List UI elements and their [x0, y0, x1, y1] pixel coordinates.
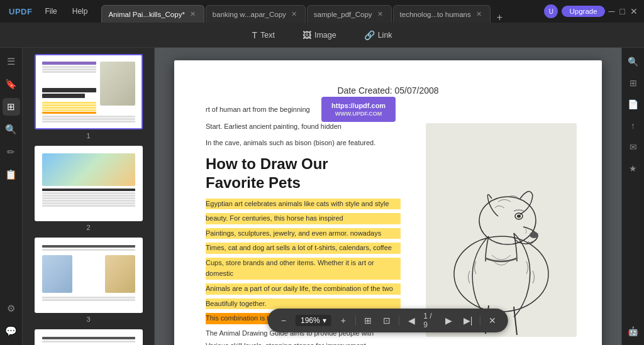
link-icon: 🔗 — [364, 30, 375, 40]
page-total: 9 — [423, 320, 428, 329]
thumbnail-4[interactable] — [28, 329, 149, 345]
sidebar-thumbnail-icon[interactable]: ⊞ — [3, 98, 20, 116]
thumbnail-2[interactable]: 2 — [28, 146, 149, 231]
toolbar-text[interactable]: T Text — [245, 28, 281, 43]
tab-3-label: sample_pdf_Copy — [314, 11, 372, 18]
thumb-img-2[interactable] — [35, 146, 143, 221]
tab-1[interactable]: Animal Pai...kills_Copy* ✕ — [101, 5, 204, 23]
sidebar-annotation-icon[interactable]: ✏ — [3, 143, 20, 161]
sidebar-chat-icon[interactable]: 💬 — [3, 322, 20, 340]
thumb-num-1: 1 — [86, 132, 90, 140]
upgrade-button[interactable]: Upgrade — [562, 6, 604, 17]
title-bar-left: UPDF File Help — [0, 4, 99, 18]
tab-1-close[interactable]: ✕ — [189, 10, 197, 19]
maximize-icon[interactable]: □ — [620, 6, 625, 16]
thumb-img-1[interactable] — [35, 54, 143, 129]
svg-rect-0 — [426, 123, 577, 337]
page-prev-button[interactable]: ◀ — [404, 313, 418, 328]
bottom-separator-2 — [399, 315, 399, 326]
title-bar-right: U Upgrade ─ □ ✕ — [538, 4, 644, 18]
sidebar-bookmark-icon[interactable]: 🔖 — [3, 75, 20, 93]
thumbnails-panel: 1 — [23, 48, 155, 345]
pdf-intro-line-3: In the cave, animals such as bison (biso… — [206, 138, 382, 148]
dog-sketch-svg — [426, 123, 577, 337]
right-doc-icon[interactable]: 📄 — [625, 96, 642, 113]
page-display: 1 / 9 — [423, 312, 437, 329]
pdf-heading-line1: How to Draw Our — [206, 155, 328, 172]
pdf-date: Date Created: 05/07/2008 — [206, 85, 570, 96]
right-ai-icon[interactable]: 🤖 — [625, 322, 642, 340]
tab-3[interactable]: sample_pdf_Copy ✕ — [307, 5, 392, 23]
title-bar: UPDF File Help Animal Pai...kills_Copy* … — [0, 0, 644, 23]
sidebar-settings-icon[interactable]: ⚙ — [3, 300, 20, 317]
minimize-icon[interactable]: ─ — [609, 6, 615, 16]
thumbnail-3[interactable]: 3 — [28, 238, 149, 323]
zoom-display[interactable]: 196% ▾ — [296, 315, 331, 326]
page-last-button[interactable]: ▶| — [461, 313, 475, 328]
tab-3-close[interactable]: ✕ — [376, 10, 385, 19]
close-window-icon[interactable]: ✕ — [630, 6, 638, 16]
toolbar-image[interactable]: 🖼 Image — [296, 28, 343, 43]
sidebar-search-icon[interactable]: 🔍 — [3, 121, 20, 138]
thumb-img-4[interactable] — [35, 329, 143, 345]
tabs-area: Animal Pai...kills_Copy* ✕ banking w...a… — [99, 0, 538, 23]
watermark-text: https://updf.com — [331, 102, 386, 109]
pdf-highlight-3: Times, cat and dog art sells a lot of t-… — [206, 243, 401, 254]
sidebar-pages-icon[interactable]: ☰ — [3, 53, 20, 70]
pdf-intro-line-2: Start. Earliest ancient painting, found … — [206, 121, 382, 132]
svg-point-3 — [530, 232, 538, 238]
pdf-highlighted-section: Egyptian art celebrates animals like cat… — [206, 199, 401, 324]
bottom-separator-1 — [355, 315, 356, 326]
tab-4-label: technolog...to humans — [400, 11, 471, 18]
thumb-num-2: 2 — [86, 224, 90, 231]
toolbar-text-label: Text — [260, 31, 275, 40]
tab-4-close[interactable]: ✕ — [475, 10, 484, 19]
fit-page-button[interactable]: ⊡ — [380, 313, 394, 328]
zoom-out-button[interactable]: − — [277, 313, 291, 328]
page-current: 1 — [423, 312, 428, 320]
pdf-highlight-0: Egyptian art celebrates animals like cat… — [206, 199, 401, 210]
zoom-value: 196% — [301, 316, 320, 325]
page-separator: / — [430, 312, 431, 320]
pdf-highlight-5: Animals are a part of our daily life, th… — [206, 283, 401, 295]
pdf-body-1: Various skill levels, stepping stones fo… — [206, 341, 401, 345]
tab-2-close[interactable]: ✕ — [290, 10, 299, 19]
tab-4[interactable]: technolog...to humans ✕ — [393, 5, 491, 23]
pdf-highlight-1: beauty. For centuries, this horse has in… — [206, 213, 401, 224]
right-upload-icon[interactable]: ↑ — [625, 117, 642, 134]
pdf-heading-line2: Favorite Pets — [206, 174, 301, 191]
pdf-highlight-2: Paintings, sculptures, jewelry, and even… — [206, 228, 401, 239]
image-icon: 🖼 — [303, 30, 311, 40]
main-layout: ☰ 🔖 ⊞ 🔍 ✏ 📋 ⚙ 💬 — [0, 48, 644, 345]
thumbnail-1[interactable]: 1 — [28, 54, 149, 140]
text-icon: T — [252, 30, 257, 40]
pdf-heading: How to Draw Our Favorite Pets — [206, 155, 401, 192]
right-grid-icon[interactable]: ⊞ — [625, 74, 642, 92]
page-next-button[interactable]: ▶ — [442, 313, 456, 328]
toolbar-center: T Text 🖼 Image 🔗 Link — [8, 28, 636, 43]
bottom-separator-3 — [480, 315, 480, 326]
tab-2-label: banking w...apar_Copy — [213, 11, 286, 18]
right-search-icon[interactable]: 🔍 — [625, 53, 642, 70]
close-toolbar-button[interactable]: ✕ — [486, 313, 499, 328]
toolbar-link[interactable]: 🔗 Link — [358, 28, 399, 43]
fit-width-button[interactable]: ⊞ — [361, 313, 375, 328]
pdf-viewer: https://updf.com WWW.UPDF.COM Date Creat… — [155, 48, 621, 345]
thumb-img-3[interactable] — [35, 238, 143, 313]
right-mail-icon[interactable]: ✉ — [625, 138, 642, 156]
right-star-icon[interactable]: ★ — [625, 160, 642, 177]
pdf-dog-image — [426, 123, 577, 337]
new-tab-button[interactable]: + — [492, 13, 508, 23]
bottom-toolbar: − 196% ▾ + ⊞ ⊡ ◀ 1 / 9 ▶ ▶| ✕ — [268, 309, 508, 332]
app-logo: UPDF — [5, 7, 36, 16]
toolbar-link-label: Link — [378, 31, 392, 40]
zoom-in-button[interactable]: + — [336, 313, 350, 328]
pdf-highlight-6: Beautifully together. — [206, 298, 401, 310]
tab-2[interactable]: banking w...apar_Copy ✕ — [206, 5, 306, 23]
menu-file[interactable]: File — [38, 4, 63, 18]
window-controls: ─ □ ✕ — [609, 6, 638, 16]
menu-help[interactable]: Help — [66, 4, 94, 18]
left-icon-bar: ☰ 🔖 ⊞ 🔍 ✏ 📋 ⚙ 💬 — [0, 48, 23, 345]
sidebar-form-icon[interactable]: 📋 — [3, 166, 20, 183]
toolbar: T Text 🖼 Image 🔗 Link — [0, 23, 644, 48]
